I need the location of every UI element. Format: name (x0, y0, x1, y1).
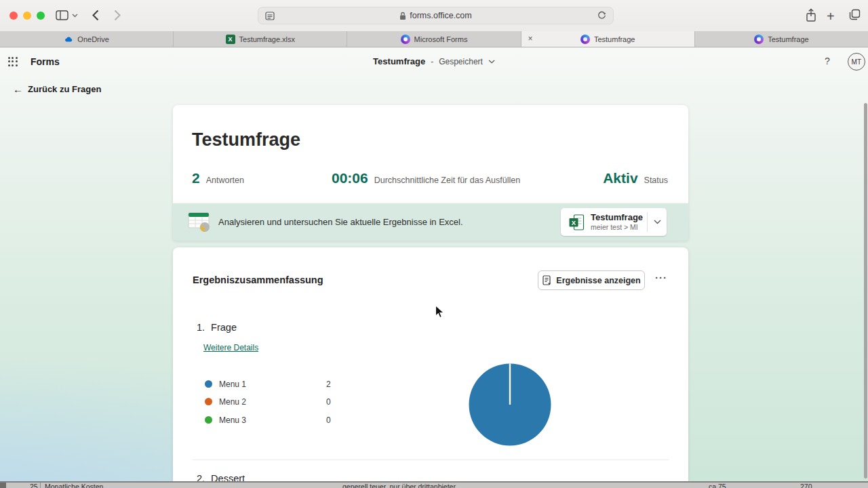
forms-page: Forms Testumfrage - Gespeichert ? MT ← Z… (0, 47, 868, 481)
mouse-cursor (435, 305, 445, 319)
open-in-excel-button[interactable]: X Testumfrage meier test > MI (561, 208, 667, 236)
legend-label: Menu 2 (219, 397, 246, 407)
tab-onedrive[interactable]: OneDrive (0, 31, 174, 47)
view-results-button[interactable]: Ergebnisse anzeigen (538, 270, 645, 290)
question-number: 1. (197, 322, 205, 333)
minimize-window-button[interactable] (23, 12, 31, 20)
forms-icon (401, 35, 410, 44)
tab-label: Testumfrage (594, 35, 635, 43)
legend-count: 2 (326, 380, 331, 389)
legend-row-menu3: Menu 3 (205, 415, 246, 424)
screen: forms.office.com + OneDrive X Testumfrag… (0, 0, 868, 488)
tab-microsoft-forms[interactable]: Microsoft Forms (347, 31, 521, 47)
tab-testumfrage-active[interactable]: × Testumfrage (521, 31, 695, 47)
forward-button[interactable] (114, 9, 121, 21)
excel-row-label: Monatliche Kosten (45, 483, 103, 488)
onedrive-icon (64, 35, 73, 44)
pie-chart (466, 361, 554, 449)
question-divider (193, 460, 669, 460)
legend-row-menu1: Menu 1 (205, 380, 246, 388)
forms-icon (754, 35, 764, 44)
question-text: Frage (211, 322, 237, 333)
excel-row-number: 25 (30, 483, 38, 488)
legend-dot-blue (205, 380, 212, 388)
chevron-down-icon[interactable] (654, 220, 661, 224)
tab-testumfrage-2[interactable]: Testumfrage (695, 31, 868, 47)
tab-overview-icon[interactable] (848, 9, 861, 20)
view-results-label: Ergebnisse anzeigen (556, 276, 640, 285)
excel-button-title: Testumfrage (591, 212, 643, 223)
excel-file-icon: X (568, 214, 585, 231)
legend-row-menu2: Menu 2 (205, 397, 246, 406)
browser-titlebar: forms.office.com + (0, 0, 868, 31)
stat-avg-time: 00:06 Durchschnittliche Zeit für das Aus… (332, 170, 520, 186)
stat-value: 2 (192, 170, 200, 186)
stat-label: Antworten (206, 176, 244, 185)
back-button[interactable] (92, 9, 99, 21)
chevron-down-icon[interactable] (488, 60, 495, 64)
legend-count: 0 (326, 415, 331, 425)
background-window-strip: 25 Monatliche Kosten generell teuer, nur… (0, 481, 868, 488)
forms-icon (580, 35, 590, 44)
tab-label: Testumfrage (768, 35, 809, 43)
legend-label: Menu 3 (219, 415, 246, 425)
avatar[interactable]: MT (848, 53, 865, 70)
back-link-label: Zurück zu Fragen (28, 84, 101, 94)
title-separator: - (431, 57, 433, 66)
more-details-link[interactable]: Weitere Details (203, 343, 258, 352)
help-button[interactable]: ? (825, 56, 830, 66)
excel-banner-text: Analysieren und untersuchen Sie aktuelle… (218, 203, 463, 241)
document-title: Testumfrage (373, 56, 425, 66)
share-icon[interactable] (806, 8, 816, 22)
button-divider (647, 212, 648, 232)
back-to-questions-link[interactable]: ← Zurück zu Fragen (13, 83, 101, 95)
zoom-window-button[interactable] (37, 12, 45, 20)
tab-label: Microsoft Forms (414, 35, 468, 43)
summary-card: Testumfrage 2 Antworten 00:06 Durchschni… (173, 105, 688, 203)
results-card: Ergebniszusammenfassung Ergebnisse anzei… (173, 247, 688, 481)
tab-bar: OneDrive X Testumfrage.xlsx Microsoft Fo… (0, 31, 868, 47)
excel-cell-value1: ca 75 (709, 483, 726, 488)
tab-label: OneDrive (77, 35, 108, 43)
legend-label: Menu 1 (219, 380, 246, 389)
scrollbar-thumb[interactable] (864, 103, 867, 479)
close-window-button[interactable] (9, 12, 18, 20)
excel-banner: Analysieren und untersuchen Sie aktuelle… (173, 203, 688, 241)
lock-icon (399, 12, 406, 20)
close-tab-icon[interactable]: × (528, 34, 533, 44)
legend-dot-orange (205, 398, 212, 405)
save-status: Gespeichert (439, 57, 483, 66)
background-window-corner (0, 483, 6, 488)
app-name[interactable]: Forms (31, 56, 60, 67)
stat-value: Aktiv (603, 170, 637, 186)
url-text: forms.office.com (410, 11, 471, 20)
document-title-group[interactable]: Testumfrage - Gespeichert (373, 56, 495, 66)
legend-dot-green (205, 416, 212, 424)
sidebar-chevron-icon[interactable] (72, 14, 78, 18)
new-tab-button[interactable]: + (827, 9, 835, 24)
stat-status: Aktiv Status (603, 170, 668, 186)
excel-gridline (40, 483, 41, 488)
address-bar[interactable]: forms.office.com (258, 7, 614, 24)
tab-label: Testumfrage.xlsx (239, 35, 296, 43)
more-options-button[interactable]: ··· (655, 272, 667, 283)
excel-button-subtitle: meier test > MI (591, 223, 643, 232)
svg-text:X: X (572, 218, 576, 226)
results-heading: Ergebniszusammenfassung (193, 274, 323, 285)
stat-value: 00:06 (332, 170, 368, 186)
reload-icon[interactable] (590, 11, 613, 20)
tab-excel-file[interactable]: X Testumfrage.xlsx (174, 31, 347, 47)
survey-title: Testumfrage (192, 129, 300, 150)
app-launcher-icon[interactable] (7, 56, 18, 67)
back-arrow-icon: ← (13, 83, 23, 95)
stat-label: Status (644, 176, 668, 185)
forms-app-header: Forms Testumfrage - Gespeichert ? MT (0, 47, 868, 76)
reader-view-icon[interactable] (258, 12, 281, 20)
stat-label: Durchschnittliche Zeit für das Ausfüllen (374, 176, 520, 185)
excel-cell-text: generell teuer, nur über drittanbieter (342, 483, 456, 488)
legend-count: 0 (326, 397, 331, 407)
question-1-title: 1. Frage (197, 322, 237, 333)
results-form-icon (542, 275, 551, 285)
excel-icon: X (226, 35, 235, 44)
sidebar-toggle-icon[interactable] (56, 10, 68, 20)
